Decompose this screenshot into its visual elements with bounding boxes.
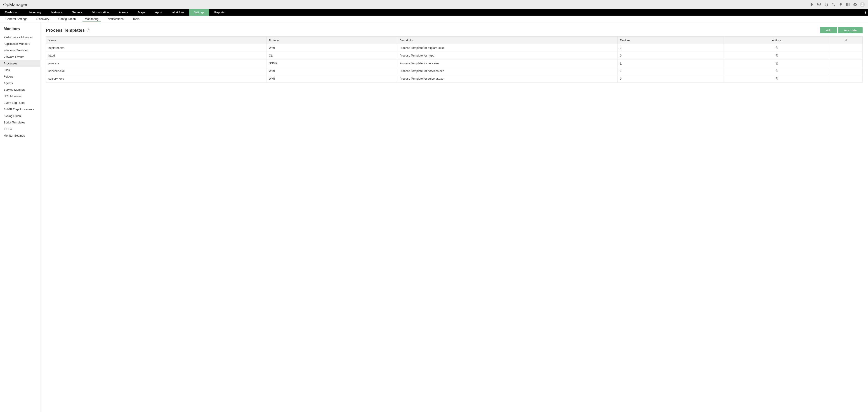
trash-icon[interactable]	[775, 69, 779, 73]
sidebar-item-event-log-rules[interactable]: Event Log Rules	[0, 99, 40, 106]
table-row: java.exeSNMPProcess Template for java.ex…	[46, 59, 863, 67]
svg-rect-6	[849, 4, 849, 5]
sidebar-item-monitor-settings[interactable]: Monitor Settings	[0, 132, 40, 139]
trash-icon[interactable]	[775, 61, 779, 65]
trash-icon[interactable]	[775, 53, 779, 57]
cell-devices[interactable]: 3	[618, 67, 724, 75]
sidebar-item-files[interactable]: Files	[0, 67, 40, 73]
sidebar-item-url-monitors[interactable]: URL Monitors	[0, 93, 40, 99]
cell-name[interactable]: httpd	[46, 52, 267, 59]
table-row: httpdCLIProcess Template for httpd0	[46, 52, 863, 59]
cell-description: Process Template for sqlservr.exe	[397, 75, 618, 83]
nav-workflow[interactable]: Workflow	[167, 9, 189, 16]
svg-point-14	[845, 39, 847, 40]
table-search-icon[interactable]	[845, 38, 848, 41]
subnav-general-settings[interactable]: General Settings	[1, 16, 32, 22]
sidebar-item-vmware-events[interactable]: VMware Events	[0, 54, 40, 60]
presentation-icon[interactable]	[815, 1, 822, 8]
sidebar-item-agents[interactable]: Agents	[0, 80, 40, 86]
sidebar-item-application-monitors[interactable]: Application Monitors	[0, 40, 40, 47]
subnav-tools[interactable]: Tools	[128, 16, 144, 22]
cell-description: Process Template for httpd	[397, 52, 618, 59]
subnav-notifications[interactable]: Notifications	[103, 16, 128, 22]
col-description[interactable]: Description	[397, 37, 618, 44]
nav-reports[interactable]: Reports	[209, 9, 230, 16]
table-header-row: Name Protocol Description Devices Action…	[46, 37, 863, 44]
col-name[interactable]: Name	[46, 37, 267, 44]
sidebar-item-performance-monitors[interactable]: Performance Monitors	[0, 34, 40, 40]
svg-point-10	[862, 3, 863, 4]
sidebar-item-processes[interactable]: Processes	[0, 60, 40, 67]
svg-rect-4	[846, 4, 847, 5]
user-avatar-icon[interactable]	[860, 2, 865, 7]
sub-nav: General SettingsDiscoveryConfigurationMo…	[0, 16, 868, 22]
headset-icon[interactable]	[823, 1, 830, 8]
svg-point-11	[865, 11, 866, 11]
cell-actions	[723, 59, 830, 67]
trash-icon[interactable]	[775, 46, 779, 50]
process-templates-table: Name Protocol Description Devices Action…	[46, 36, 863, 83]
svg-rect-8	[848, 5, 848, 6]
sidebar-item-syslog-rules[interactable]: Syslog Rules	[0, 113, 40, 119]
cell-devices[interactable]: 3	[618, 44, 724, 52]
svg-point-0	[832, 3, 834, 5]
sidebar-item-folders[interactable]: Folders	[0, 73, 40, 80]
svg-point-12	[865, 12, 866, 13]
add-button[interactable]: Add	[820, 27, 837, 33]
nav-dashboard[interactable]: Dashboard	[0, 9, 24, 16]
table-row: services.exeWMIProcess Template for serv…	[46, 67, 863, 75]
col-search[interactable]	[830, 37, 863, 44]
cell-actions	[723, 75, 830, 83]
nav-virtualization[interactable]: Virtualization	[87, 9, 114, 16]
bell-icon[interactable]	[837, 1, 844, 8]
cell-empty	[830, 52, 863, 59]
subnav-discovery[interactable]: Discovery	[32, 16, 54, 22]
sidebar-item-service-monitors[interactable]: Service Monitors	[0, 86, 40, 93]
cell-protocol: SNMP	[267, 59, 397, 67]
sidebar-item-script-templates[interactable]: Script Templates	[0, 119, 40, 126]
nav-network[interactable]: Network	[46, 9, 67, 16]
nav-maps[interactable]: Maps	[133, 9, 150, 16]
search-icon[interactable]	[830, 1, 837, 8]
sidebar-item-snmp-trap-processors[interactable]: SNMP Trap Processors	[0, 106, 40, 113]
subnav-monitoring[interactable]: Monitoring	[80, 16, 103, 22]
cell-description: Process Template for explorer.exe	[397, 44, 618, 52]
svg-rect-9	[849, 5, 849, 6]
sidebar-item-ipsla[interactable]: IPSLA	[0, 126, 40, 132]
help-icon[interactable]: ?	[87, 29, 90, 32]
cell-empty	[830, 75, 863, 83]
nav-apps[interactable]: Apps	[150, 9, 167, 16]
cell-empty	[830, 59, 863, 67]
sidebar-item-windows-services[interactable]: Windows Services	[0, 47, 40, 54]
cell-name[interactable]: java.exe	[46, 59, 267, 67]
cell-protocol: WMI	[267, 67, 397, 75]
nav-settings[interactable]: Settings	[189, 9, 209, 16]
associate-button[interactable]: Associate	[838, 27, 863, 33]
subnav-configuration[interactable]: Configuration	[54, 16, 80, 22]
page-header: Process Templates ? Add Associate	[46, 27, 863, 33]
col-devices[interactable]: Devices	[618, 37, 724, 44]
cell-devices: 0	[618, 52, 724, 59]
cell-name[interactable]: explorer.exe	[46, 44, 267, 52]
nav-alarms[interactable]: Alarms	[114, 9, 133, 16]
col-protocol[interactable]: Protocol	[267, 37, 397, 44]
cell-name[interactable]: sqlservr.exe	[46, 75, 267, 83]
trash-icon[interactable]	[775, 77, 779, 81]
svg-rect-2	[848, 3, 848, 4]
cell-protocol: WMI	[267, 44, 397, 52]
cell-protocol: CLI	[267, 52, 397, 59]
cell-empty	[830, 67, 863, 75]
gear-icon[interactable]	[852, 1, 859, 8]
cell-name[interactable]: services.exe	[46, 67, 267, 75]
more-vertical-icon[interactable]	[863, 9, 868, 16]
product-name: OpManager	[3, 2, 27, 7]
cell-empty	[830, 44, 863, 52]
rocket-icon[interactable]	[808, 1, 815, 8]
apps-grid-icon[interactable]	[844, 1, 851, 8]
cell-devices[interactable]: 2	[618, 59, 724, 67]
nav-servers[interactable]: Servers	[67, 9, 87, 16]
cell-actions	[723, 44, 830, 52]
nav-inventory[interactable]: Inventory	[24, 9, 46, 16]
primary-nav: DashboardInventoryNetworkServersVirtuali…	[0, 9, 868, 16]
svg-point-13	[865, 13, 866, 14]
